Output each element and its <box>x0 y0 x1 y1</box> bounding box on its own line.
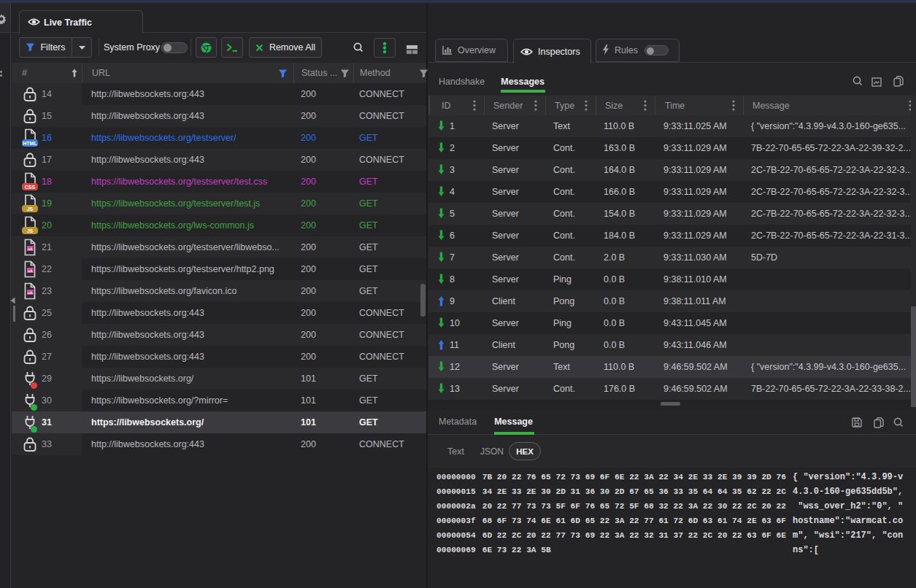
svg-text:HTML: HTML <box>23 141 37 146</box>
svg-text:JS: JS <box>27 228 34 233</box>
svg-text:JS: JS <box>27 206 34 212</box>
svg-text:CSS: CSS <box>25 185 36 190</box>
